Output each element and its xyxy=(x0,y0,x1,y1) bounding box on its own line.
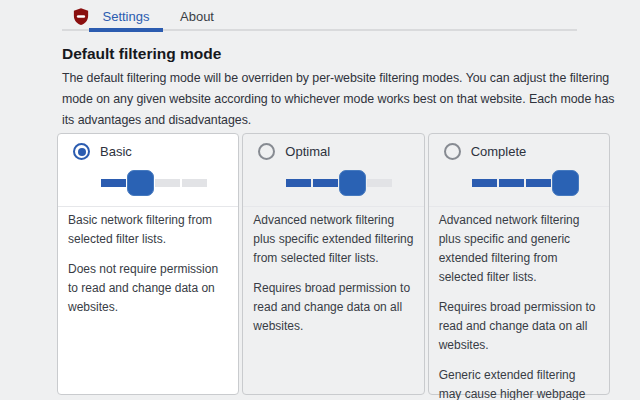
slider-thumb[interactable] xyxy=(127,170,154,196)
slider-segment xyxy=(367,179,392,187)
mode-label[interactable]: Basic xyxy=(100,144,132,159)
mode-paragraph: Advanced network filtering plus specific… xyxy=(253,211,413,268)
mode-grid: Basic Basic network filtering from selec… xyxy=(57,133,610,395)
mode-card-header: Basic xyxy=(58,134,238,206)
mode-radio[interactable] xyxy=(73,143,90,160)
mode-card-header: Optimal xyxy=(243,134,423,206)
mode-paragraph: Requires broad permission to read and ch… xyxy=(253,279,413,336)
mode-slider[interactable] xyxy=(101,170,207,196)
mode-paragraph: Does not require permission to read and … xyxy=(68,260,228,317)
slider-thumb[interactable] xyxy=(552,170,579,196)
mode-card[interactable]: Optimal Advanced network filtering plus … xyxy=(242,133,424,395)
mode-paragraph: Advanced network filtering plus specific… xyxy=(439,211,599,287)
mode-paragraph: Requires broad permission to read and ch… xyxy=(439,298,599,355)
mode-card[interactable]: Complete Advanced network filtering plus… xyxy=(428,133,610,395)
mode-radio[interactable] xyxy=(258,143,275,160)
tab-settings-active-underline xyxy=(89,28,163,32)
slider-segment xyxy=(286,179,311,187)
mode-paragraph: Generic extended filtering may cause hig… xyxy=(439,366,599,400)
mode-label[interactable]: Complete xyxy=(471,144,527,159)
slider-thumb[interactable] xyxy=(339,170,366,196)
mode-description: Advanced network filtering plus specific… xyxy=(243,207,423,340)
intro-text: The default filtering mode will be overr… xyxy=(62,68,622,131)
slider-segment xyxy=(499,179,524,187)
page-title: Default filtering mode xyxy=(62,45,221,63)
mode-card-header: Complete xyxy=(429,134,609,206)
slider-segment xyxy=(101,179,126,187)
slider-segment xyxy=(313,179,338,187)
slider-segment xyxy=(182,179,207,187)
mode-description: Advanced network filtering plus specific… xyxy=(429,207,609,400)
mode-label[interactable]: Optimal xyxy=(285,144,330,159)
mode-radio[interactable] xyxy=(444,143,461,160)
mode-paragraph: Basic network filtering from selected fi… xyxy=(68,211,228,249)
tab-settings[interactable]: Settings xyxy=(89,9,163,29)
slider-segment xyxy=(155,179,180,187)
mode-slider[interactable] xyxy=(472,170,578,196)
mode-card[interactable]: Basic Basic network filtering from selec… xyxy=(57,133,239,395)
ublock-shield-icon xyxy=(72,7,90,26)
mode-description: Basic network filtering from selected fi… xyxy=(58,207,238,321)
mode-slider[interactable] xyxy=(286,170,392,196)
slider-segment xyxy=(472,179,497,187)
tab-about[interactable]: About xyxy=(166,9,228,29)
slider-segment xyxy=(526,179,551,187)
